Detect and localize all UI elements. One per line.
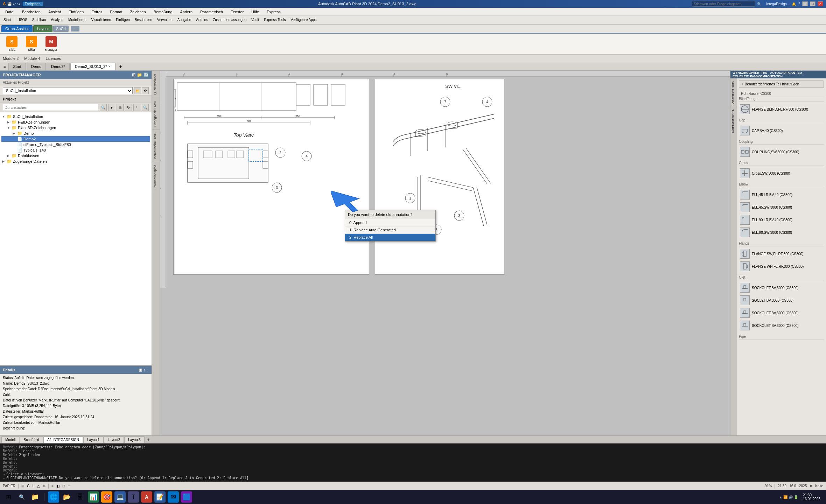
- project-refresh-btn[interactable]: ↻: [125, 104, 132, 111]
- select-icon[interactable]: ⊡: [62, 484, 65, 488]
- component-sockolet-3[interactable]: SOCKOLET,BV,3000 (CS300): [739, 319, 824, 332]
- quick-access-redo[interactable]: ↪: [17, 2, 20, 6]
- toolbar-verwalten[interactable]: Verwalten: [155, 17, 175, 22]
- toolbar-vault[interactable]: Vault: [249, 17, 261, 22]
- tab-datei[interactable]: Datei: [1, 8, 18, 15]
- sikla-btn-1[interactable]: S Sikla: [3, 34, 21, 53]
- taskbar-onenote[interactable]: 🟦: [181, 491, 192, 503]
- doc-tab-close-icon[interactable]: ✕: [108, 65, 111, 68]
- model-space-icon[interactable]: □: [68, 484, 70, 488]
- layout-tab-layout1[interactable]: Layout1: [83, 436, 104, 443]
- component-flange-wn[interactable]: FLANGE WN,FL,RF,300 (CS300): [739, 260, 824, 273]
- tree-item-pid[interactable]: ▶ 📁 P&ID-Zeichnungen: [1, 119, 150, 125]
- toolbar-start[interactable]: Start: [1, 17, 13, 22]
- view-tab-layout[interactable]: Layout: [33, 25, 52, 32]
- tree-item-root[interactable]: ▼ 📁 SuCri_Installation: [1, 114, 150, 119]
- toolbar-apps[interactable]: Verfügbare Apps: [288, 17, 318, 22]
- popup-item-2[interactable]: 2. Replace All: [345, 234, 435, 241]
- global-search-input[interactable]: [692, 1, 755, 7]
- doc-tab-demo2[interactable]: Demo2*: [47, 63, 70, 70]
- tree-item-typicals[interactable]: 📄 Typicals_140: [1, 147, 150, 153]
- right-tab-1[interactable]: Dynamische Rohrl.: [730, 78, 737, 107]
- transparency-icon[interactable]: ◧: [56, 484, 59, 488]
- snap-tracking-icon[interactable]: ⊕: [43, 484, 46, 488]
- snap-icon[interactable]: ⊞: [21, 484, 24, 488]
- doc-tab-demo[interactable]: Demo: [27, 63, 46, 70]
- toolbar-visualisieren[interactable]: Visualisieren: [89, 17, 113, 22]
- project-view-btn[interactable]: ⊞: [117, 104, 124, 111]
- component-ell-45-sw[interactable]: ELL,45,SW,3000 (CS300): [739, 201, 824, 214]
- tree-item-rohrklassen[interactable]: ▶ 📁 Rohrklassen: [1, 153, 150, 159]
- search-icon[interactable]: 🔍: [757, 2, 761, 6]
- tree-item-demo-folder[interactable]: ▶ 📁 Demo: [1, 131, 150, 136]
- toolbar-beschriften[interactable]: Beschriften: [133, 17, 154, 22]
- component-soclet[interactable]: SOCLET,BV,3000 (CS300): [739, 294, 824, 307]
- layout-tab-schriftfeld[interactable]: Schriftfeld: [20, 436, 43, 443]
- taskbar-excel[interactable]: 📊: [88, 491, 99, 503]
- tab-bearbeiten[interactable]: Bearbeiten: [18, 8, 44, 15]
- new-layout-tab-btn[interactable]: +: [145, 437, 152, 442]
- component-coupling[interactable]: COUPLING,SW,3000 (CS300): [739, 146, 824, 158]
- layout-tab-modell[interactable]: Modell: [1, 436, 19, 443]
- tab-aendern[interactable]: Ändern: [176, 8, 196, 15]
- tab-extras[interactable]: Extras: [88, 8, 106, 15]
- module-4[interactable]: Module 4: [24, 56, 40, 61]
- tree-item-demo2[interactable]: 📄 Demo2: [1, 136, 150, 142]
- view-tab-sucri[interactable]: SuCri: [53, 26, 69, 32]
- grid-icon[interactable]: G: [27, 484, 30, 488]
- view-tab-ortho[interactable]: Ortho-Ansicht: [1, 25, 33, 32]
- taskbar-autocad[interactable]: A: [141, 491, 152, 503]
- side-tab-isometric[interactable]: Isometrische DWG: [152, 130, 160, 162]
- details-icon-1[interactable]: ▣: [139, 368, 142, 372]
- quick-access-save[interactable]: 💾: [7, 2, 12, 6]
- tab-bemassunggg[interactable]: Bemaßung: [150, 8, 176, 15]
- drawing-canvas[interactable]: 0 1 2 3 4 5: [160, 71, 730, 435]
- component-ell-90-sw[interactable]: ELL,90,SW,3000 (CS300): [739, 226, 824, 239]
- toolbar-ausgabe[interactable]: Ausgabe: [175, 17, 193, 22]
- taskbar-edge[interactable]: 🌐: [48, 491, 59, 503]
- manager-btn[interactable]: M Manager: [42, 34, 60, 53]
- new-tab-btn[interactable]: +: [116, 63, 125, 70]
- pm-icon-1[interactable]: ⊞: [132, 72, 135, 77]
- layout-tab-layout2[interactable]: Layout2: [104, 436, 124, 443]
- taskbar-app1[interactable]: 🎯: [101, 491, 112, 503]
- taskbar-file-explorer[interactable]: 📁: [29, 491, 41, 503]
- details-icon-3[interactable]: ↓: [147, 368, 149, 372]
- add-component-btn[interactable]: + Benutzerdefiniertes Teil hinzufügen: [739, 80, 824, 88]
- doc-tab-start[interactable]: Start: [8, 63, 26, 70]
- component-sockolet-2[interactable]: SOCKOLET,BV,3000 (CS300): [739, 307, 824, 319]
- canvas-svg-area[interactable]: 550 550 786: [166, 77, 730, 288]
- toolbar-isos[interactable]: ISOS: [17, 17, 29, 22]
- tab-hilfe[interactable]: Hilfe: [247, 8, 263, 15]
- popup-item-0[interactable]: 0. Append: [345, 219, 435, 226]
- toolbar-expresstools[interactable]: Express Tools: [262, 17, 288, 22]
- right-tab-2[interactable]: Substitution für Ro.: [730, 107, 737, 135]
- toolbar-zusammenfassungen[interactable]: Zusammenfassungen: [211, 17, 248, 22]
- pm-icon-3[interactable]: 🔄: [144, 72, 149, 77]
- polar-icon[interactable]: △: [37, 484, 40, 488]
- tree-item-siframo[interactable]: 📄 siFramo_Typicals_StützF80: [1, 142, 150, 147]
- help-icon[interactable]: ?: [798, 2, 800, 6]
- component-sockolet-1[interactable]: SOCKOLET,BV,3000 (CS300): [739, 281, 824, 294]
- project-search2-btn[interactable]: 🔍: [142, 104, 149, 111]
- layout-tab-a2integadesign[interactable]: A2-INTEGADESIGN: [43, 436, 83, 443]
- notifications-icon[interactable]: 🔔: [792, 2, 796, 6]
- taskbar-app2[interactable]: 💻: [114, 491, 126, 503]
- taskbar-teams[interactable]: T: [128, 491, 139, 503]
- side-tab-qualitat[interactable]: Qualitätssicher: [152, 71, 160, 98]
- proj-settings-btn[interactable]: ⚙: [142, 87, 149, 94]
- doc-tab-demo2su013[interactable]: Demo2_SU013_2* ✕: [70, 63, 116, 70]
- proj-open-btn[interactable]: 📂: [134, 87, 141, 94]
- side-tab-ortho[interactable]: Orthogonale DWG: [152, 98, 160, 130]
- tree-item-plant3d[interactable]: ▼ 📁 Plant 3D-Zeichnungen: [1, 125, 150, 131]
- toolbar-stahlbau[interactable]: Stahlbau: [30, 17, 48, 22]
- component-ell-45-lr[interactable]: ELL,45 LR,BV,40 (CS300): [739, 188, 824, 201]
- project-filter-btn[interactable]: ▼: [108, 104, 115, 111]
- layout-tab-layout3[interactable]: Layout3: [124, 436, 145, 443]
- toolbar-modellieren[interactable]: Modellieren: [66, 17, 89, 22]
- tab-zeichnen[interactable]: Zeichnen: [126, 8, 149, 15]
- details-icon-2[interactable]: ↑: [144, 368, 146, 372]
- toolbar-addins[interactable]: Add-ins: [194, 17, 210, 22]
- module-2[interactable]: Module 2: [3, 56, 19, 61]
- component-cross[interactable]: Cross,SW,3000 (CS300): [739, 167, 824, 180]
